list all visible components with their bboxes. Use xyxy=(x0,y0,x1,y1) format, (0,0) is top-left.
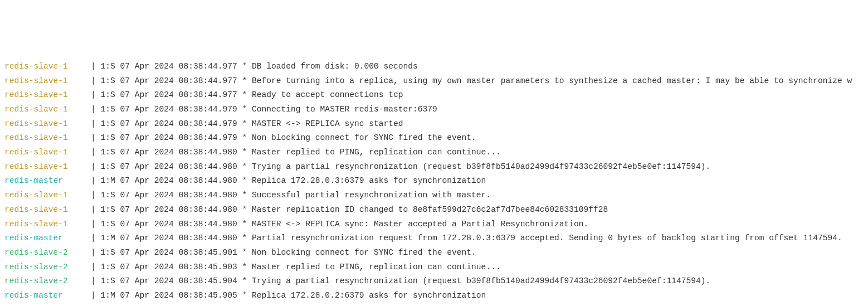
log-line: redis-master| 1:M 07 Apr 2024 08:38:45.9… xyxy=(4,289,864,303)
log-message: 1:S 07 Apr 2024 08:38:45.904 * Trying a … xyxy=(101,274,711,289)
log-service-name: redis-slave-1 xyxy=(4,88,91,103)
log-service-name: redis-slave-1 xyxy=(4,131,91,145)
log-message: 1:S 07 Apr 2024 08:38:45.903 * Master re… xyxy=(101,260,501,275)
log-service-name: redis-slave-1 xyxy=(4,145,91,160)
log-message: 1:M 07 Apr 2024 08:38:45.905 * Replica 1… xyxy=(101,289,486,303)
log-line: redis-slave-1| 1:S 07 Apr 2024 08:38:44.… xyxy=(4,203,864,217)
log-separator: | xyxy=(91,131,101,145)
log-service-name: redis-master xyxy=(4,174,91,188)
log-line: redis-master| 1:M 07 Apr 2024 08:38:45.9… xyxy=(4,303,864,306)
log-line: redis-slave-1| 1:S 07 Apr 2024 08:38:44.… xyxy=(4,145,864,160)
log-separator: | xyxy=(91,60,101,74)
log-line: redis-slave-1| 1:S 07 Apr 2024 08:38:44.… xyxy=(4,60,864,74)
log-message: 1:S 07 Apr 2024 08:38:44.979 * Non block… xyxy=(101,131,476,145)
log-separator: | xyxy=(91,303,101,306)
log-service-name: redis-slave-1 xyxy=(4,160,91,174)
log-separator: | xyxy=(91,260,101,275)
log-service-name: redis-slave-2 xyxy=(4,260,91,275)
log-service-name: redis-slave-1 xyxy=(4,103,91,117)
log-separator: | xyxy=(91,117,101,132)
log-service-name: redis-slave-1 xyxy=(4,217,91,232)
log-service-name: redis-slave-1 xyxy=(4,203,91,217)
log-message: 1:S 07 Apr 2024 08:38:44.977 * Ready to … xyxy=(101,88,403,103)
log-message: 1:M 07 Apr 2024 08:38:44.980 * Partial r… xyxy=(101,231,842,246)
log-service-name: redis-slave-1 xyxy=(4,117,91,132)
log-line: redis-slave-1| 1:S 07 Apr 2024 08:38:44.… xyxy=(4,74,864,89)
log-service-name: redis-master xyxy=(4,289,91,303)
log-output: redis-slave-1| 1:S 07 Apr 2024 08:38:44.… xyxy=(4,60,864,306)
log-service-name: redis-master xyxy=(4,303,91,306)
log-separator: | xyxy=(91,145,101,160)
log-message: 1:S 07 Apr 2024 08:38:44.979 * Connectin… xyxy=(101,103,437,117)
log-message: 1:S 07 Apr 2024 08:38:44.980 * Trying a … xyxy=(101,160,711,174)
log-line: redis-slave-2| 1:S 07 Apr 2024 08:38:45.… xyxy=(4,260,864,275)
log-line: redis-master| 1:M 07 Apr 2024 08:38:44.9… xyxy=(4,174,864,188)
log-message: 1:S 07 Apr 2024 08:38:45.901 * Non block… xyxy=(101,246,476,260)
log-service-name: redis-slave-2 xyxy=(4,274,91,289)
log-service-name: redis-master xyxy=(4,231,91,246)
log-line: redis-slave-1| 1:S 07 Apr 2024 08:38:44.… xyxy=(4,117,864,132)
log-service-name: redis-slave-1 xyxy=(4,74,91,89)
log-line: redis-slave-1| 1:S 07 Apr 2024 08:38:44.… xyxy=(4,188,864,203)
log-message: 1:S 07 Apr 2024 08:38:44.977 * DB loaded… xyxy=(101,60,418,74)
log-message: 1:S 07 Apr 2024 08:38:44.980 * MASTER <-… xyxy=(101,217,589,232)
log-separator: | xyxy=(91,103,101,117)
log-line: redis-master| 1:M 07 Apr 2024 08:38:44.9… xyxy=(4,231,864,246)
log-separator: | xyxy=(91,160,101,174)
log-service-name: redis-slave-1 xyxy=(4,60,91,74)
log-line: redis-slave-1| 1:S 07 Apr 2024 08:38:44.… xyxy=(4,103,864,117)
log-separator: | xyxy=(91,203,101,217)
log-message: 1:S 07 Apr 2024 08:38:44.980 * Master re… xyxy=(101,145,501,160)
log-message: 1:S 07 Apr 2024 08:38:44.980 * Successfu… xyxy=(101,188,491,203)
log-message: 1:S 07 Apr 2024 08:38:44.977 * Before tu… xyxy=(101,74,852,89)
log-service-name: redis-slave-2 xyxy=(4,246,91,260)
log-line: redis-slave-1| 1:S 07 Apr 2024 08:38:44.… xyxy=(4,160,864,174)
log-line: redis-slave-2| 1:S 07 Apr 2024 08:38:45.… xyxy=(4,274,864,289)
log-separator: | xyxy=(91,88,101,103)
log-separator: | xyxy=(91,289,101,303)
log-message: 1:M 07 Apr 2024 08:38:45.905 * Partial r… xyxy=(101,303,842,306)
log-message: 1:M 07 Apr 2024 08:38:44.980 * Replica 1… xyxy=(101,174,486,188)
log-line: redis-slave-2| 1:S 07 Apr 2024 08:38:45.… xyxy=(4,246,864,260)
log-separator: | xyxy=(91,246,101,260)
log-line: redis-slave-1| 1:S 07 Apr 2024 08:38:44.… xyxy=(4,131,864,145)
log-line: redis-slave-1| 1:S 07 Apr 2024 08:38:44.… xyxy=(4,217,864,232)
log-message: 1:S 07 Apr 2024 08:38:44.979 * MASTER <-… xyxy=(101,117,403,132)
log-line: redis-slave-1| 1:S 07 Apr 2024 08:38:44.… xyxy=(4,88,864,103)
log-service-name: redis-slave-1 xyxy=(4,188,91,203)
log-separator: | xyxy=(91,217,101,232)
log-message: 1:S 07 Apr 2024 08:38:44.980 * Master re… xyxy=(101,203,608,217)
log-separator: | xyxy=(91,174,101,188)
log-separator: | xyxy=(91,74,101,89)
log-separator: | xyxy=(91,231,101,246)
log-separator: | xyxy=(91,274,101,289)
log-separator: | xyxy=(91,188,101,203)
